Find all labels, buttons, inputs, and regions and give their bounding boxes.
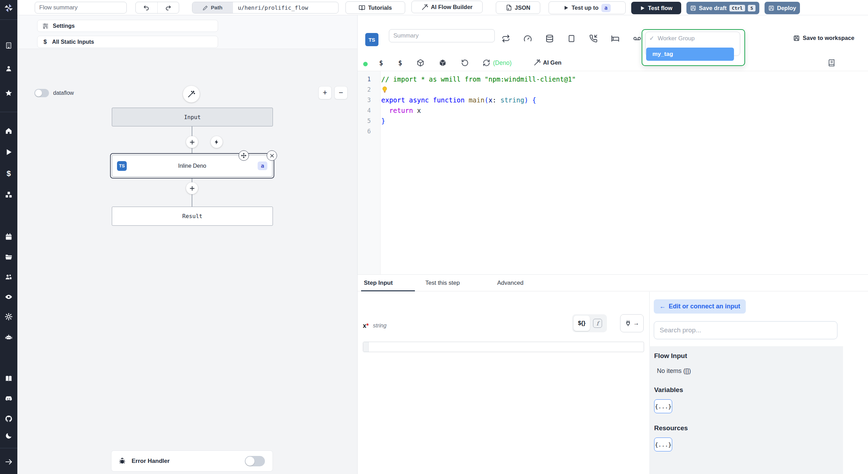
trigger-zap-button[interactable]	[211, 136, 223, 148]
early-stop-square-icon[interactable]	[567, 34, 576, 43]
code-line[interactable]: 3export async function main(x: string) {	[358, 95, 868, 105]
sliders-icon	[42, 23, 49, 29]
mock-voicemail-icon[interactable]	[633, 34, 641, 43]
workers-robot-icon[interactable]	[5, 333, 12, 341]
tab-step-input[interactable]: Step Input	[364, 275, 393, 291]
user-icon[interactable]	[5, 65, 12, 73]
zoom-in-button[interactable]: +	[318, 86, 332, 99]
json-button[interactable]: JSON	[496, 1, 540, 14]
groups-users-gear-icon[interactable]	[5, 273, 12, 281]
zoom-out-button[interactable]: −	[334, 86, 348, 99]
prop-picker-panel	[649, 346, 843, 474]
add-resource-dollar-icon[interactable]: $	[398, 59, 402, 67]
wand-sparkles-icon	[422, 4, 428, 10]
move-step-handle[interactable]	[239, 150, 249, 161]
dark-mode-moon-icon[interactable]	[5, 432, 12, 440]
code-line[interactable]: 6	[358, 126, 868, 136]
delete-step-button[interactable]	[267, 150, 277, 161]
arg-value-input[interactable]	[363, 342, 644, 352]
worker-group-dropdown: ✓ Worker Group my_tag	[642, 29, 745, 66]
arg-row-label: x * string	[363, 321, 386, 330]
flow-input-section-title: Flow Input	[654, 352, 687, 360]
tab-test-this-step[interactable]: Test this step	[425, 275, 460, 291]
home-icon[interactable]	[5, 127, 12, 135]
path-field[interactable]: Path u/henri/prolific_flow	[192, 2, 339, 14]
code-line[interactable]: 1// import * as wmill from "npm:windmill…	[358, 74, 868, 84]
zoom-out-label: −	[339, 88, 343, 97]
flow-node-input[interactable]: Input	[112, 108, 273, 126]
variables-object-chip[interactable]: {...}	[654, 399, 672, 413]
discord-icon[interactable]	[5, 395, 12, 402]
refresh-cw-icon[interactable]	[483, 59, 490, 67]
concurrency-gauge-icon[interactable]	[524, 34, 532, 43]
add-variable-dollar-icon[interactable]: $	[379, 59, 383, 67]
package-box-filled-icon[interactable]	[439, 59, 446, 67]
library-book-icon[interactable]	[828, 59, 835, 67]
test-up-to-button[interactable]: Test up to a	[549, 1, 626, 14]
schedules-calendar-icon[interactable]	[5, 233, 12, 241]
resources-object-chip[interactable]: {...}	[654, 438, 672, 451]
function-mode-toggle[interactable]: f	[593, 319, 602, 328]
search-prop-placeholder: Search prop...	[660, 326, 701, 334]
dataflow-toggle[interactable]	[34, 89, 49, 97]
lightbulb-hint-icon	[381, 86, 388, 93]
inline-deno-node-title: Inline Deno	[178, 163, 206, 169]
undo-button[interactable]	[136, 2, 157, 13]
code-line[interactable]: 2	[358, 84, 868, 95]
connect-input-plug-button[interactable]: →	[620, 314, 644, 332]
insert-step-button[interactable]	[186, 182, 198, 194]
tab-advanced[interactable]: Advanced	[497, 275, 524, 291]
insert-step-button[interactable]	[186, 136, 198, 148]
retries-repeat-icon[interactable]	[502, 34, 510, 43]
flow-node-result[interactable]: Result	[112, 207, 273, 226]
package-box-icon[interactable]	[417, 59, 424, 67]
error-handler-toggle[interactable]	[245, 456, 265, 466]
ai-step-wand-button[interactable]	[183, 86, 200, 102]
favorites-star-icon[interactable]	[5, 89, 12, 97]
worker-group-option-my-tag[interactable]: my_tag	[646, 48, 734, 61]
expand-sidebar-arrow-icon[interactable]	[5, 458, 12, 466]
sleep-bed-icon[interactable]	[611, 34, 619, 43]
arg-name: x	[363, 322, 366, 330]
step-summary-input[interactable]: Summary	[389, 29, 495, 42]
undo-redo-group	[135, 2, 179, 14]
code-editor[interactable]: 1// import * as wmill from "npm:windmill…	[358, 71, 868, 274]
audit-logs-eye-icon[interactable]	[5, 293, 12, 301]
suspend-phone-incoming-icon[interactable]	[589, 34, 598, 43]
docs-book-icon[interactable]	[5, 375, 12, 382]
settings-gear-icon[interactable]	[5, 313, 12, 321]
save-draft-button[interactable]: Save draft Ctrl S	[686, 2, 759, 14]
template-expr-toggle[interactable]: ${}	[574, 316, 590, 331]
code-line[interactable]: 4 return x	[358, 105, 868, 116]
tutorials-button[interactable]: Tutorials	[345, 1, 405, 14]
save-to-workspace-button[interactable]: Save to workspace	[793, 35, 854, 41]
error-handler-card[interactable]: Error Handler	[111, 450, 273, 472]
windmill-logo-icon[interactable]	[4, 3, 14, 13]
flow-settings-button[interactable]: Settings	[37, 20, 218, 32]
variables-section-title: Variables	[654, 386, 683, 394]
sidebar-divider	[0, 112, 17, 112]
all-static-inputs-button[interactable]: $ All Static Inputs	[37, 36, 218, 48]
ai-gen-button[interactable]: AI Gen	[534, 59, 561, 66]
redo-button[interactable]	[158, 2, 179, 13]
path-label: Path	[211, 5, 223, 11]
worker-group-option[interactable]: ✓ Worker Group	[649, 35, 695, 42]
runs-play-icon[interactable]	[5, 148, 12, 156]
flow-input-empty-text: No items ([])	[657, 367, 691, 375]
flow-node-inline-deno-selected[interactable]: TS Inline Deno a	[110, 153, 274, 178]
code-line[interactable]: 5}	[358, 116, 868, 126]
cache-database-icon[interactable]	[545, 34, 554, 43]
variables-dollar-icon[interactable]: $	[5, 169, 12, 177]
reset-rotate-ccw-icon[interactable]	[461, 59, 469, 67]
ai-flow-builder-button[interactable]: AI Flow Builder	[411, 1, 483, 13]
top-toolbar: Flow summary Path u/henri/prolific_flow …	[17, 0, 868, 15]
edit-or-connect-button[interactable]: ← Edit or connect an input	[654, 299, 746, 314]
folders-icon[interactable]	[5, 253, 12, 261]
workspace-icon[interactable]	[5, 42, 12, 49]
flow-summary-input[interactable]: Flow summary	[35, 2, 127, 14]
search-prop-input[interactable]: Search prop...	[654, 321, 837, 339]
test-flow-button[interactable]: Test flow	[631, 2, 681, 14]
resources-cubes-icon[interactable]	[5, 191, 12, 199]
deploy-button[interactable]: Deploy	[765, 2, 800, 14]
github-icon[interactable]	[5, 415, 12, 423]
